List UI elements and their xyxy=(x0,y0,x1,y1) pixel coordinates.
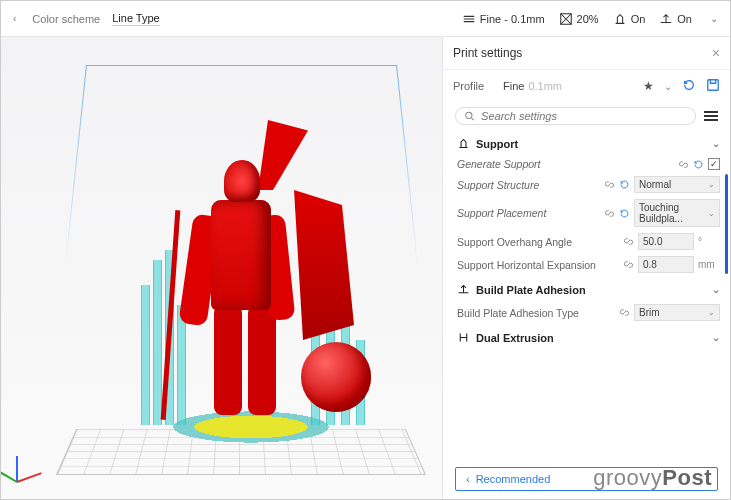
section-dual-extrusion[interactable]: Dual Extrusion ⌄ xyxy=(457,324,720,349)
watermark: groovyPost xyxy=(593,465,712,491)
setting-label: Support Structure xyxy=(457,179,600,191)
section-adhesion[interactable]: Build Plate Adhesion ⌄ xyxy=(457,276,720,301)
reset-icon[interactable] xyxy=(693,159,704,170)
link-icon[interactable] xyxy=(604,208,615,219)
star-icon[interactable]: ★ xyxy=(643,79,654,93)
overhang-angle-input[interactable]: 50.0 xyxy=(638,233,694,250)
view-prev[interactable]: ‹ xyxy=(9,13,20,24)
infill-select[interactable]: 20% xyxy=(559,12,599,26)
support-toggle[interactable]: On xyxy=(613,12,646,26)
adhesion-value: On xyxy=(677,13,692,25)
setting-label: Build Plate Adhesion Type xyxy=(457,307,615,319)
link-icon[interactable] xyxy=(623,259,634,270)
link-icon[interactable] xyxy=(619,307,630,318)
color-scheme-select[interactable]: Line Type xyxy=(112,12,160,26)
chevron-left-icon: ‹ xyxy=(466,473,470,485)
search-icon xyxy=(464,110,475,122)
model-preview[interactable] xyxy=(176,120,336,420)
link-icon[interactable] xyxy=(623,236,634,247)
menu-icon[interactable] xyxy=(704,111,718,121)
svg-point-2 xyxy=(466,112,472,118)
section-support[interactable]: Support ⌄ xyxy=(457,130,720,155)
svg-rect-1 xyxy=(708,80,719,91)
search-input[interactable] xyxy=(455,107,696,125)
support-section-icon xyxy=(457,137,470,150)
reset-icon[interactable] xyxy=(619,179,630,190)
profile-select[interactable]: Fine0.1mm xyxy=(503,78,633,94)
color-scheme-label: Color scheme xyxy=(32,13,100,25)
generate-support-checkbox[interactable]: ✓ xyxy=(708,158,720,170)
setting-label: Generate Support xyxy=(457,158,674,170)
profile-label: Profile xyxy=(453,80,493,92)
scrollbar[interactable] xyxy=(725,174,728,274)
viewport-3d[interactable] xyxy=(1,37,442,499)
chevron-down-icon[interactable]: ⌄ xyxy=(712,332,720,343)
support-structure-select[interactable]: Normal⌄ xyxy=(634,176,720,193)
horiz-expansion-input[interactable]: 0.8 xyxy=(638,256,694,273)
link-icon[interactable] xyxy=(678,159,689,170)
unit-label: mm xyxy=(698,259,720,270)
setting-label: Support Horizontal Expansion xyxy=(457,259,619,271)
unit-label: ° xyxy=(698,236,720,247)
adhesion-section-icon xyxy=(457,283,470,296)
quality-select[interactable]: Fine - 0.1mm xyxy=(462,12,545,26)
quality-value: Fine - 0.1mm xyxy=(480,13,545,25)
build-volume xyxy=(56,65,426,475)
chevron-down-icon[interactable]: ⌄ xyxy=(712,138,720,149)
support-value: On xyxy=(631,13,646,25)
support-icon xyxy=(613,12,627,26)
panel-title: Print settings xyxy=(453,46,712,60)
reset-icon[interactable] xyxy=(619,208,630,219)
reset-profile-icon[interactable] xyxy=(682,78,696,94)
link-icon[interactable] xyxy=(604,179,615,190)
layers-icon xyxy=(462,12,476,26)
infill-icon xyxy=(559,12,573,26)
adhesion-type-select[interactable]: Brim⌄ xyxy=(634,304,720,321)
dual-extrusion-icon xyxy=(457,331,470,344)
topbar: ‹ Color scheme Line Type Fine - 0.1mm 20… xyxy=(1,1,730,37)
setting-label: Support Placement xyxy=(457,207,600,219)
close-icon[interactable]: × xyxy=(712,45,720,61)
support-placement-select[interactable]: Touching Buildpla...⌄ xyxy=(634,199,720,227)
adhesion-icon xyxy=(659,12,673,26)
infill-value: 20% xyxy=(577,13,599,25)
chevron-down-icon[interactable]: ⌄ xyxy=(664,81,672,92)
adhesion-toggle[interactable]: On xyxy=(659,12,692,26)
print-settings-panel: Print settings × Profile Fine0.1mm ★ ⌄ xyxy=(442,37,730,499)
setting-label: Support Overhang Angle xyxy=(457,236,619,248)
axis-gizmo[interactable] xyxy=(11,449,51,489)
chevron-down-icon[interactable]: ⌄ xyxy=(712,284,720,295)
save-profile-icon[interactable] xyxy=(706,78,720,94)
topbar-expand[interactable]: ⌄ xyxy=(706,13,722,24)
